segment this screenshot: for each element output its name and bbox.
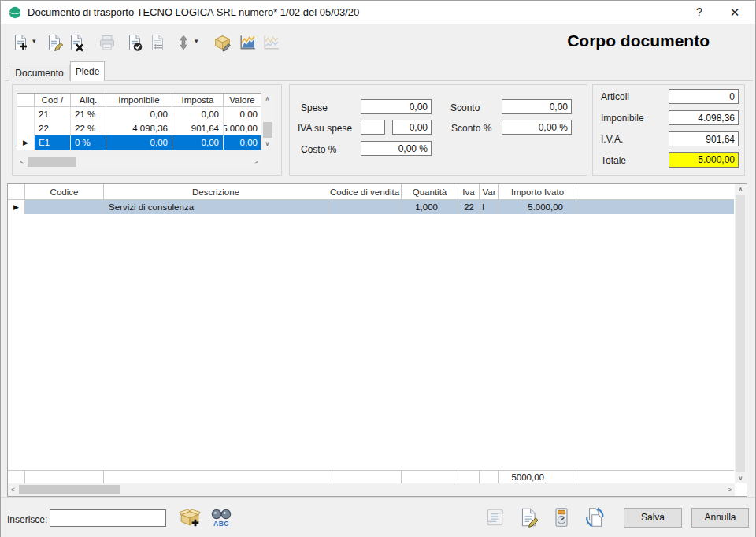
articoli-field[interactable] — [669, 89, 739, 104]
iva-su-spese-field[interactable] — [392, 120, 432, 135]
edit-document-button[interactable] — [44, 31, 65, 53]
costo-pct-field[interactable] — [361, 141, 432, 156]
vat-row[interactable]: 21 21 % 0,00 0,00 0,00 — [17, 107, 261, 121]
grid-header-codice[interactable]: Codice — [25, 184, 104, 199]
edit-article-button[interactable] — [212, 31, 232, 53]
document-options-button[interactable] — [147, 31, 168, 53]
scroll-up-icon[interactable]: ∧ — [262, 94, 272, 104]
vat-header-cod[interactable]: Cod / — [35, 94, 71, 106]
cell-imponibile[interactable]: 0,00 — [106, 107, 172, 121]
grid-vertical-scrollbar[interactable]: ∧ ∨ — [735, 184, 747, 483]
cell-cod[interactable]: 22 — [35, 121, 71, 135]
vat-header-imponibile[interactable]: Imponibile — [106, 94, 172, 106]
reorder-button[interactable] — [173, 31, 194, 53]
line-chart-button[interactable] — [261, 31, 281, 53]
footer-marker-cell — [8, 471, 25, 483]
scrollbar-thumb[interactable] — [736, 195, 745, 472]
inserisce-input[interactable] — [50, 509, 166, 527]
cell-quantita[interactable]: 1,000 — [402, 200, 458, 214]
reorder-dropdown-caret[interactable]: ▾ — [195, 37, 198, 45]
iva-field[interactable] — [669, 131, 739, 146]
grid-row-selected[interactable]: ▶ Servizi di consulenza 1,000 22 I 5.000… — [8, 200, 734, 214]
cell-iva[interactable]: 22 — [458, 200, 480, 214]
cell-valore[interactable]: 0,00 — [224, 135, 261, 150]
grid-header-quantita[interactable]: Quantità — [402, 184, 458, 199]
vat-row[interactable]: 22 22 % 4.098,36 901,64 5.000,00 — [17, 121, 261, 135]
cell-aliq[interactable]: 0 % — [71, 135, 106, 150]
totale-field[interactable] — [669, 152, 739, 168]
scroll-right-icon[interactable]: > — [251, 157, 261, 167]
cancel-button[interactable]: Annulla — [691, 508, 749, 528]
footer-quantita-cell — [402, 471, 458, 483]
vat-summary-table: Cod / Aliq. Imponibile Imposta Valore 21… — [17, 93, 261, 150]
vat-row-selected[interactable]: ▶ E1 0 % 0,00 0,00 0,00 — [17, 135, 261, 150]
cell-imposta[interactable]: 0,00 — [172, 135, 224, 150]
sconto-field[interactable] — [502, 99, 572, 114]
cell-var[interactable]: I — [480, 200, 499, 214]
scroll-up-icon[interactable]: ∧ — [736, 184, 746, 194]
calculator-button[interactable] — [550, 506, 573, 529]
cell-valore[interactable]: 0,00 — [224, 107, 261, 121]
vat-vertical-scrollbar[interactable]: ∧ ∨ — [261, 94, 274, 149]
cell-valore[interactable]: 5.000,00 — [224, 121, 261, 135]
cell-codice-vendita[interactable] — [328, 200, 402, 214]
scroll-down-icon[interactable]: ∨ — [262, 139, 272, 149]
add-article-button[interactable] — [179, 506, 201, 529]
search-article-button[interactable]: ABC — [210, 506, 232, 529]
area-chart-button[interactable] — [237, 31, 258, 53]
scrollbar-thumb[interactable] — [263, 122, 272, 138]
spese-field[interactable] — [361, 99, 432, 114]
cell-imposta[interactable]: 901,64 — [172, 121, 224, 135]
grid-footer: 5000,00 — [8, 470, 734, 483]
print-button[interactable] — [97, 31, 117, 53]
delete-document-button[interactable] — [66, 31, 87, 53]
cell-codice[interactable] — [25, 200, 104, 214]
edit-notes-button[interactable] — [517, 506, 539, 529]
cell-importo[interactable]: 5.000,00 — [499, 200, 576, 214]
cell-imposta[interactable]: 0,00 — [172, 107, 224, 121]
grid-header-var[interactable]: Var — [480, 184, 499, 199]
report-button[interactable] — [484, 506, 506, 529]
validate-document-button[interactable] — [124, 31, 145, 53]
vat-header-valore[interactable]: Valore — [224, 94, 261, 106]
cell-descrizione[interactable]: Servizi di consulenza — [104, 200, 328, 214]
cell-aliq[interactable]: 21 % — [71, 107, 106, 121]
vat-table-header: Cod / Aliq. Imponibile Imposta Valore — [17, 94, 261, 107]
close-button[interactable]: ✕ — [722, 1, 747, 24]
vat-header-imposta[interactable]: Imposta — [172, 94, 224, 106]
grid-header-importo[interactable]: Importo Ivato — [499, 184, 576, 199]
help-button[interactable]: ? — [687, 1, 712, 24]
vat-header-aliq[interactable]: Aliq. — [71, 94, 106, 106]
new-document-button[interactable] — [10, 31, 31, 53]
scroll-left-icon[interactable]: < — [17, 157, 27, 167]
grid-header-codice-vendita[interactable]: Codice di vendita — [328, 184, 402, 199]
save-button[interactable]: Salva — [624, 508, 682, 528]
cell-cod[interactable]: E1 — [35, 135, 71, 150]
transfer-document-button[interactable] — [584, 506, 606, 529]
grid-header-iva[interactable]: Iva — [458, 184, 480, 199]
scroll-right-icon[interactable]: > — [724, 484, 735, 494]
vat-horizontal-scrollbar[interactable]: < > — [17, 157, 261, 168]
tab-documento[interactable]: Documento — [9, 65, 70, 81]
scrollbar-thumb[interactable] — [28, 157, 76, 167]
cell-imponibile[interactable]: 0,00 — [106, 135, 172, 150]
grid-horizontal-scrollbar[interactable]: < > — [8, 483, 735, 496]
tab-piede[interactable]: Piede — [70, 61, 105, 81]
scroll-down-icon[interactable]: ∨ — [736, 473, 746, 483]
row-marker-cell — [17, 107, 35, 121]
new-document-dropdown-caret[interactable]: ▾ — [32, 37, 36, 45]
scroll-left-icon[interactable]: < — [8, 484, 18, 494]
cell-filler — [576, 200, 734, 214]
grid-header-filler — [576, 184, 734, 199]
iva-label: I.V.A. — [601, 134, 623, 145]
calculator-icon — [550, 506, 573, 528]
sconto-pct-field[interactable] — [502, 120, 572, 135]
cell-aliq[interactable]: 22 % — [71, 121, 106, 135]
iva-su-spese-code-field[interactable] — [361, 120, 385, 135]
title-bar: Documento di trasporto TECNO LOGICA SRL … — [1, 1, 755, 24]
scrollbar-thumb[interactable] — [19, 485, 120, 494]
cell-imponibile[interactable]: 4.098,36 — [106, 121, 172, 135]
grid-header-descrizione[interactable]: Descrizione — [104, 184, 328, 199]
cell-cod[interactable]: 21 — [35, 107, 71, 121]
imponibile-field[interactable] — [669, 110, 739, 125]
